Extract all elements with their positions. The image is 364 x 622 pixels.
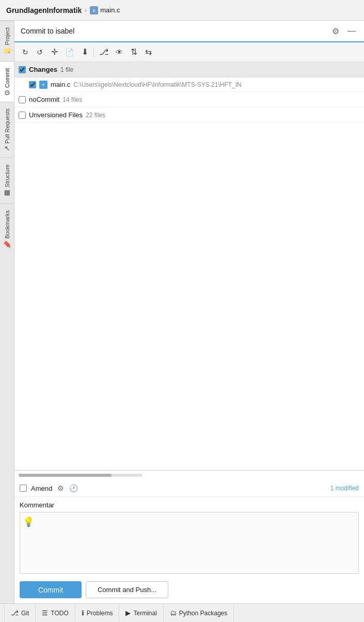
no-commit-label: noCommit bbox=[29, 96, 59, 103]
python-packages-icon: 🗂 bbox=[170, 609, 177, 617]
sidebar-tab-bookmarks[interactable]: 🔖 Bookmarks bbox=[0, 204, 14, 255]
todo-icon: ☰ bbox=[42, 609, 48, 617]
undo-button[interactable]: ↺ bbox=[33, 45, 46, 59]
amend-label: Amend bbox=[31, 485, 52, 492]
status-item-todo[interactable]: ☰ TODO bbox=[36, 604, 75, 622]
comment-textarea-area: 💡 bbox=[20, 512, 359, 574]
branch-button[interactable]: ⎇ bbox=[96, 45, 112, 59]
file-checkbox-main-c[interactable] bbox=[29, 81, 36, 88]
breadcrumb-chevron: › bbox=[85, 7, 87, 14]
status-bar: ⎇ Git ☰ TODO ℹ Problems ▶ Terminal 🗂 Pyt… bbox=[0, 603, 364, 622]
pull-request-icon: ↗ bbox=[3, 146, 11, 151]
toolbar-separator-1 bbox=[93, 48, 94, 57]
sidebar-tab-pull-requests[interactable]: ↗ Pull Requests bbox=[0, 102, 14, 158]
file-name-main-c: main.c bbox=[51, 81, 70, 88]
group-button[interactable]: ⇆ bbox=[141, 45, 155, 59]
problems-icon: ℹ bbox=[82, 609, 84, 617]
sidebar-tab-structure-label: Structure bbox=[4, 164, 10, 188]
panel-header-actions: ⚙ — bbox=[330, 25, 358, 37]
file-path-main-c: C:\Users\igeis\Nextcloud\HF\Informatik\M… bbox=[73, 81, 241, 88]
content-area: Commit to isabel ⚙ — ↻ ↺ ✛ 📄 ⬇ ⎇ 👁 ⇅ ⇆ C… bbox=[14, 21, 364, 603]
status-item-problems[interactable]: ℹ Problems bbox=[75, 604, 120, 622]
project-title: GrundlagenInformatik bbox=[6, 6, 82, 14]
file-c-type-icon: c bbox=[39, 81, 48, 89]
changes-group-count: 1 file bbox=[60, 66, 73, 73]
comment-textarea[interactable] bbox=[20, 512, 359, 574]
terminal-icon: ▶ bbox=[125, 609, 131, 617]
status-item-todo-label: TODO bbox=[51, 610, 68, 617]
commit-button[interactable]: Commit bbox=[20, 581, 82, 598]
file-item-main-c[interactable]: c main.c C:\Users\igeis\Nextcloud\HF\Inf… bbox=[14, 77, 364, 92]
download-button[interactable]: ⬇ bbox=[78, 45, 91, 59]
status-item-python-packages[interactable]: 🗂 Python Packages bbox=[164, 604, 234, 622]
sidebar-tab-project-label: Project bbox=[4, 27, 10, 45]
title-bar: GrundlagenInformatik › c main.c bbox=[0, 0, 364, 21]
diff-button[interactable]: 📄 bbox=[62, 45, 77, 59]
sidebar-tab-pr-label: Pull Requests bbox=[4, 108, 10, 144]
no-commit-count: 14 files bbox=[62, 96, 82, 103]
sidebar-tab-structure[interactable]: ▦ Structure bbox=[0, 158, 14, 204]
modified-badge: 1 modified bbox=[330, 485, 359, 492]
comment-label: Kommentar bbox=[20, 501, 359, 509]
toolbar: ↻ ↺ ✛ 📄 ⬇ ⎇ 👁 ⇅ ⇆ bbox=[14, 42, 364, 62]
status-item-git[interactable]: ⎇ Git bbox=[4, 604, 36, 622]
settings-button[interactable]: ⚙ bbox=[330, 25, 341, 37]
bottom-area: Amend ⚙ 🕐 1 modified Kommentar 💡 Commit … bbox=[14, 470, 364, 603]
amend-settings-button[interactable]: ⚙ bbox=[56, 483, 65, 493]
left-sidebar: 📁 Project ⊙ Commit ↗ Pull Requests ▦ Str… bbox=[0, 21, 14, 603]
panel-title: Commit to isabel bbox=[21, 27, 74, 35]
scroll-thumb bbox=[19, 474, 112, 477]
amend-history-button[interactable]: 🕐 bbox=[68, 483, 79, 493]
structure-icon: ▦ bbox=[3, 190, 11, 197]
file-name-title: main.c bbox=[100, 6, 120, 14]
status-item-python-packages-label: Python Packages bbox=[179, 610, 227, 617]
unversioned-label: Unversioned Files bbox=[29, 111, 83, 119]
unversioned-header[interactable]: Unversioned Files 22 files bbox=[14, 107, 364, 123]
amend-actions: ⚙ 🕐 bbox=[56, 483, 79, 493]
commit-and-push-button[interactable]: Commit and Push... bbox=[86, 581, 168, 598]
changes-group-header: Changes 1 file bbox=[14, 62, 364, 77]
lightbulb-icon: 💡 bbox=[23, 516, 34, 527]
compare-button[interactable]: ✛ bbox=[48, 45, 61, 59]
file-type-icon: c bbox=[90, 6, 98, 14]
no-commit-checkbox[interactable] bbox=[19, 96, 26, 103]
git-icon: ⎇ bbox=[11, 609, 19, 617]
file-list: Changes 1 file c main.c C:\Users\igeis\N… bbox=[14, 62, 364, 470]
panel-header: Commit to isabel ⚙ — bbox=[14, 21, 364, 42]
status-item-problems-label: Problems bbox=[87, 610, 113, 617]
file-breadcrumb: c main.c bbox=[90, 6, 120, 14]
unversioned-checkbox[interactable] bbox=[19, 112, 26, 119]
refresh-button[interactable]: ↻ bbox=[19, 45, 32, 59]
sort-button[interactable]: ⇅ bbox=[127, 45, 140, 59]
sidebar-tab-commit-label: Commit bbox=[4, 68, 10, 88]
log-button[interactable]: 👁 bbox=[113, 45, 126, 59]
bookmarks-icon: 🔖 bbox=[3, 241, 11, 249]
project-icon: 📁 bbox=[3, 47, 11, 55]
scroll-track bbox=[19, 474, 143, 477]
main-layout: 📁 Project ⊙ Commit ↗ Pull Requests ▦ Str… bbox=[0, 21, 364, 603]
no-commit-header[interactable]: noCommit 14 files bbox=[14, 92, 364, 107]
status-item-terminal-label: Terminal bbox=[133, 610, 156, 617]
minimize-button[interactable]: — bbox=[345, 25, 358, 37]
changes-group-checkbox[interactable] bbox=[19, 66, 26, 73]
commit-buttons: Commit Commit and Push... bbox=[14, 576, 364, 603]
sidebar-tab-project[interactable]: 📁 Project bbox=[0, 21, 14, 61]
amend-row: Amend ⚙ 🕐 1 modified bbox=[14, 480, 364, 497]
amend-checkbox[interactable] bbox=[20, 485, 27, 492]
commit-icon: ⊙ bbox=[3, 90, 11, 96]
comment-section: Kommentar 💡 bbox=[14, 497, 364, 576]
sidebar-tab-bookmarks-label: Bookmarks bbox=[4, 210, 10, 239]
status-item-git-label: Git bbox=[21, 610, 29, 617]
sidebar-tab-commit[interactable]: ⊙ Commit bbox=[0, 61, 14, 102]
scroll-indicator bbox=[14, 471, 364, 480]
status-item-terminal[interactable]: ▶ Terminal bbox=[119, 604, 163, 622]
changes-group-label: Changes bbox=[29, 66, 57, 73]
unversioned-count: 22 files bbox=[86, 112, 105, 119]
